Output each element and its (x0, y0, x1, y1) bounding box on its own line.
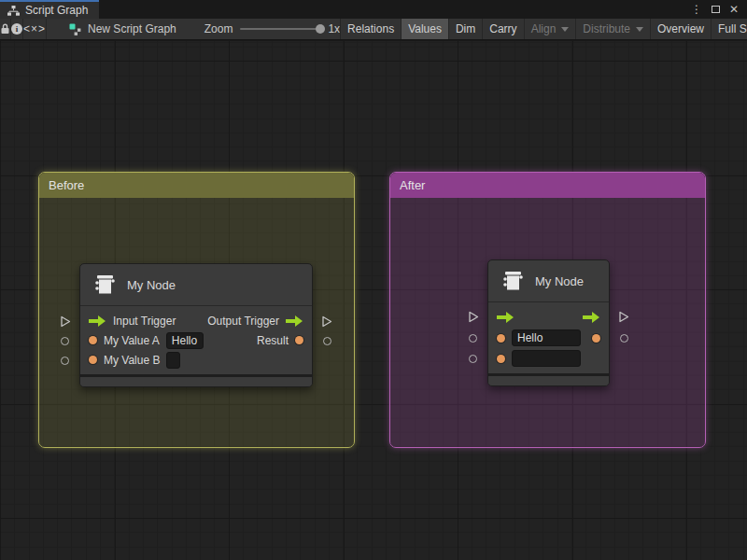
fullscreen-button[interactable]: Full Scr (711, 19, 747, 39)
flow-output-label: Output Trigger (207, 315, 279, 328)
graph-asset-icon (69, 23, 82, 35)
carry-button[interactable]: Carry (482, 19, 523, 39)
values-button[interactable]: Values (401, 19, 448, 39)
distribute-dropdown[interactable]: Distribute (575, 19, 650, 39)
flow-output-arrow-icon[interactable] (583, 312, 600, 323)
node-footer (488, 376, 609, 385)
value-a-label: My Value A (104, 334, 160, 347)
external-flow-port-right-icon[interactable] (618, 311, 629, 323)
window-menu-icon[interactable]: ⋮ (689, 2, 704, 17)
zoom-control: Zoom 1x (204, 19, 340, 39)
node-footer (80, 377, 312, 386)
graph-toolbar: i <×> New Script Graph Zoom 1x Relations (0, 19, 747, 40)
node-before-my-node[interactable]: My Node Input Trigger Output Trigger (79, 263, 313, 387)
relations-button[interactable]: Relations (340, 19, 401, 39)
lock-icon (0, 23, 10, 35)
external-value-port-left-icon[interactable] (469, 355, 477, 363)
dim-button[interactable]: Dim (448, 19, 482, 39)
group-after-header[interactable]: After (390, 173, 705, 198)
chevron-down-icon (636, 27, 643, 32)
tab-strip: Script Graph ⋮ ✕ (0, 0, 747, 19)
graph-name-label: New Script Graph (88, 22, 176, 35)
zoom-slider-handle[interactable] (316, 24, 325, 34)
node-body (488, 302, 609, 373)
value-b-input[interactable] (166, 352, 180, 369)
external-flow-port-left-icon[interactable] (468, 311, 479, 323)
flow-input-label: Input Trigger (113, 315, 176, 328)
graph-breadcrumb[interactable]: New Script Graph (58, 19, 188, 39)
value-a-input[interactable] (166, 332, 204, 349)
chevron-down-icon (561, 27, 569, 32)
toolbar-toggles: Relations Values Dim Carry Align Distrib… (340, 19, 747, 39)
external-flow-port-right-icon[interactable] (321, 315, 332, 328)
flow-input-arrow-icon[interactable] (89, 315, 106, 327)
unit-icon (92, 272, 118, 298)
value-port-icon[interactable] (89, 336, 97, 344)
inspect-button[interactable]: i (11, 19, 23, 39)
port-row-value-a (488, 328, 609, 348)
external-flow-port-left-icon[interactable] (60, 315, 71, 328)
unit-icon (500, 268, 526, 294)
node-header[interactable]: My Node (488, 260, 609, 302)
node-title: My Node (127, 278, 176, 292)
external-value-port-right-icon[interactable] (323, 337, 331, 345)
info-icon: i (11, 23, 22, 35)
node-header[interactable]: My Node (80, 264, 312, 306)
zoom-slider[interactable] (240, 28, 320, 30)
lock-button[interactable] (0, 19, 11, 39)
port-row-flow: Input Trigger Output Trigger (80, 311, 312, 330)
group-before-title: Before (49, 178, 84, 192)
script-graph-icon (7, 6, 20, 16)
value-port-icon[interactable] (89, 356, 97, 364)
script-graph-window: Script Graph ⋮ ✕ i <×> (0, 0, 747, 560)
value-a-input[interactable] (512, 329, 581, 346)
value-port-icon[interactable] (497, 355, 505, 363)
tab-script-graph[interactable]: Script Graph (0, 0, 99, 19)
node-title: My Node (535, 274, 584, 288)
external-value-port-left-icon[interactable] (469, 334, 477, 343)
port-row-value-b (488, 348, 609, 369)
external-value-port-left-icon[interactable] (61, 337, 69, 345)
port-row-flow (488, 307, 609, 328)
tab-title: Script Graph (25, 4, 88, 17)
value-port-icon[interactable] (497, 334, 505, 343)
window-close-icon[interactable]: ✕ (726, 2, 741, 17)
group-before-header[interactable]: Before (39, 173, 354, 198)
value-b-label: My Value B (104, 354, 160, 367)
zoom-label: Zoom (204, 22, 233, 35)
flow-input-arrow-icon[interactable] (497, 312, 514, 323)
external-value-port-left-icon[interactable] (61, 357, 69, 365)
graph-canvas[interactable]: Before After (0, 41, 747, 560)
node-body: Input Trigger Output Trigger My Value A (80, 306, 312, 374)
node-after-my-node[interactable]: My Node (487, 259, 610, 386)
port-row-value-b: My Value B (80, 350, 312, 370)
align-dropdown[interactable]: Align (524, 19, 576, 39)
value-port-icon[interactable] (592, 334, 600, 343)
group-after-title: After (400, 178, 425, 192)
result-label: Result (257, 334, 289, 347)
overview-button[interactable]: Overview (650, 19, 711, 39)
flow-output-arrow-icon[interactable] (286, 315, 303, 327)
port-row-value-a: My Value A Result (80, 330, 312, 350)
value-port-icon[interactable] (295, 336, 303, 344)
zoom-value: 1x (328, 22, 340, 35)
value-b-input[interactable] (512, 350, 581, 367)
code-preview-button[interactable]: <×> (23, 19, 47, 39)
external-value-port-right-icon[interactable] (620, 334, 628, 343)
window-maximize-icon[interactable] (708, 2, 723, 17)
window-controls: ⋮ ✕ (689, 0, 747, 19)
